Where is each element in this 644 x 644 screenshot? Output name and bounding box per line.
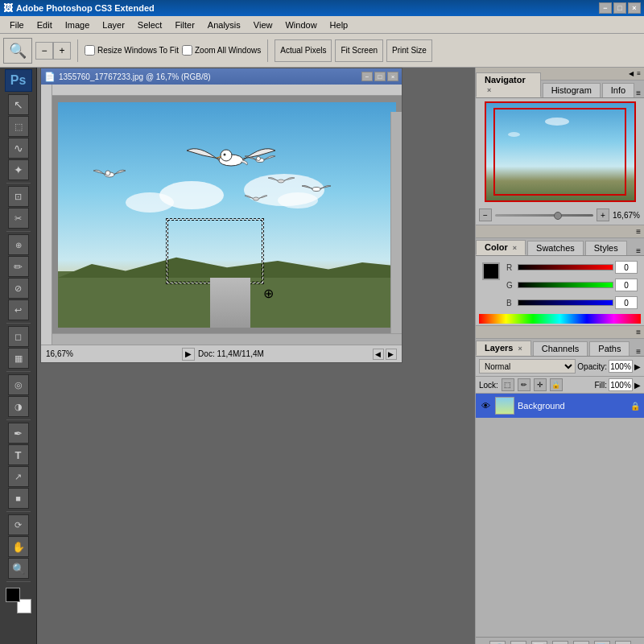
menu-view[interactable]: View bbox=[247, 19, 279, 31]
panels-expand-button[interactable]: ◀ bbox=[629, 70, 634, 77]
delete-layer-button[interactable]: 🗑 bbox=[615, 641, 631, 645]
fit-screen-button[interactable]: Fit Screen bbox=[335, 39, 383, 62]
menu-help[interactable]: Help bbox=[324, 19, 355, 31]
menu-layer[interactable]: Layer bbox=[96, 19, 131, 31]
panels-options-button[interactable]: ≡ bbox=[637, 70, 641, 77]
nav-zoom-out-button[interactable]: − bbox=[479, 208, 492, 221]
status-next-button[interactable]: ▶ bbox=[386, 349, 397, 360]
doc-maximize-button[interactable]: □ bbox=[374, 72, 386, 81]
layer-visibility-toggle[interactable]: 👁 bbox=[479, 399, 492, 412]
menu-select[interactable]: Select bbox=[131, 19, 169, 31]
menu-image[interactable]: Image bbox=[59, 19, 97, 31]
tab-color[interactable]: Color × bbox=[476, 240, 526, 255]
history-brush-tool[interactable]: ↩ bbox=[8, 299, 29, 320]
move-tool[interactable]: ↖ bbox=[8, 94, 29, 115]
color-fg-swatch[interactable] bbox=[482, 262, 500, 280]
lock-transparent-button[interactable]: ⬚ bbox=[502, 378, 514, 391]
red-slider[interactable] bbox=[518, 264, 613, 270]
tab-styles[interactable]: Styles bbox=[585, 241, 627, 255]
new-adjustment-layer-button[interactable]: ◑ bbox=[552, 641, 568, 645]
3d-rotate-tool[interactable]: ⟳ bbox=[8, 514, 29, 535]
nav-zoom-in-button[interactable]: + bbox=[597, 208, 609, 221]
resize-windows-input[interactable] bbox=[85, 45, 95, 56]
menu-edit[interactable]: Edit bbox=[31, 19, 59, 31]
red-value-input[interactable] bbox=[615, 261, 638, 274]
brush-tool[interactable]: ✏ bbox=[8, 256, 29, 277]
fg-color-swatch[interactable] bbox=[6, 588, 20, 602]
vertical-scrollbar[interactable] bbox=[390, 112, 402, 333]
blend-mode-select[interactable]: Normal bbox=[479, 359, 576, 374]
layer-link-button[interactable]: 🔗 bbox=[489, 641, 506, 645]
resize-windows-checkbox[interactable]: Resize Windows To Fit bbox=[85, 45, 179, 56]
zoom-tool-icon[interactable]: 🔍 bbox=[3, 38, 32, 64]
blue-value-input[interactable] bbox=[615, 296, 638, 309]
zoom-tool[interactable]: 🔍 bbox=[8, 558, 29, 579]
new-layer-button[interactable]: 📄 bbox=[594, 641, 610, 645]
layer-mask-button[interactable]: ⬜ bbox=[531, 641, 547, 645]
crop-tool[interactable]: ⊡ bbox=[8, 186, 29, 207]
opacity-arrow[interactable]: ▶ bbox=[634, 362, 641, 371]
navigator-zoom-slider[interactable] bbox=[495, 214, 593, 217]
fill-input[interactable] bbox=[609, 378, 633, 391]
pen-tool[interactable]: ✒ bbox=[8, 423, 29, 444]
menu-file[interactable]: File bbox=[3, 19, 31, 31]
menu-analysis[interactable]: Analysis bbox=[201, 19, 247, 31]
layer-style-button[interactable]: ƒ bbox=[510, 641, 526, 645]
tab-histogram[interactable]: Histogram bbox=[543, 83, 601, 97]
clone-stamp-tool[interactable]: ⊘ bbox=[8, 278, 29, 299]
zoom-all-input[interactable] bbox=[182, 45, 192, 56]
background-layer[interactable]: 👁 Background 🔒 bbox=[476, 394, 644, 418]
tab-layers[interactable]: Layers × bbox=[476, 341, 531, 356]
menu-filter[interactable]: Filter bbox=[168, 19, 200, 31]
fg-bg-colors[interactable] bbox=[6, 588, 31, 613]
tab-navigator-close[interactable]: × bbox=[487, 86, 491, 94]
dodge-tool[interactable]: ◑ bbox=[8, 396, 29, 417]
minimize-button[interactable]: − bbox=[599, 2, 612, 14]
healing-tool[interactable]: ⊕ bbox=[8, 234, 29, 255]
horizontal-scrollbar[interactable] bbox=[52, 333, 402, 345]
doc-close-button[interactable]: × bbox=[387, 72, 398, 81]
tab-swatches[interactable]: Swatches bbox=[527, 241, 584, 255]
lock-all-button[interactable]: 🔒 bbox=[550, 378, 563, 391]
print-size-button[interactable]: Print Size bbox=[386, 39, 432, 62]
magic-wand-tool[interactable]: ✦ bbox=[8, 159, 29, 180]
color-panel-menu[interactable]: ≡ bbox=[636, 227, 641, 236]
menu-window[interactable]: Window bbox=[279, 19, 323, 31]
status-prev-button[interactable]: ◀ bbox=[373, 349, 384, 360]
new-group-button[interactable]: 📁 bbox=[573, 641, 589, 645]
gradient-tool[interactable]: ▦ bbox=[8, 348, 29, 369]
path-selection-tool[interactable]: ↗ bbox=[8, 466, 29, 487]
lasso-tool[interactable]: ∿ bbox=[8, 138, 29, 159]
green-slider[interactable] bbox=[518, 282, 613, 288]
tab-color-close[interactable]: × bbox=[513, 244, 517, 252]
lock-position-button[interactable]: ✛ bbox=[534, 378, 547, 391]
tab-layers-close[interactable]: × bbox=[518, 345, 522, 353]
zoom-out-button[interactable]: − bbox=[35, 42, 53, 60]
opacity-input[interactable] bbox=[609, 360, 633, 373]
slice-tool[interactable]: ✂ bbox=[8, 208, 29, 229]
close-button[interactable]: × bbox=[628, 2, 641, 14]
zoom-in-button[interactable]: + bbox=[53, 42, 71, 60]
layers-tabs-menu[interactable]: ≡ bbox=[636, 347, 641, 356]
tab-paths[interactable]: Paths bbox=[589, 341, 630, 356]
tab-info[interactable]: Info bbox=[602, 83, 634, 97]
maximize-button[interactable]: □ bbox=[613, 2, 626, 14]
actual-pixels-button[interactable]: Actual Pixels bbox=[275, 39, 332, 62]
nav-panel-menu[interactable]: ≡ bbox=[636, 89, 641, 97]
blur-tool[interactable]: ◎ bbox=[8, 374, 29, 395]
shape-tool[interactable]: ■ bbox=[8, 488, 29, 509]
blue-slider[interactable] bbox=[518, 299, 613, 306]
fill-arrow[interactable]: ▶ bbox=[634, 381, 641, 390]
eraser-tool[interactable]: ◻ bbox=[8, 326, 29, 347]
lock-pixels-button[interactable]: ✏ bbox=[518, 378, 530, 391]
type-tool[interactable]: T bbox=[8, 444, 29, 465]
tab-channels[interactable]: Channels bbox=[533, 341, 588, 356]
status-options-button[interactable]: ▶ bbox=[182, 348, 195, 361]
doc-minimize-button[interactable]: − bbox=[361, 72, 373, 81]
zoom-all-checkbox[interactable]: Zoom All Windows bbox=[182, 45, 261, 56]
layers-panel-menu-icon[interactable]: ≡ bbox=[636, 328, 641, 336]
tab-navigator[interactable]: Navigator × bbox=[476, 72, 541, 97]
green-value-input[interactable] bbox=[615, 279, 638, 291]
hand-tool[interactable]: ✋ bbox=[8, 536, 29, 557]
navigator-zoom-thumb[interactable] bbox=[554, 212, 562, 220]
